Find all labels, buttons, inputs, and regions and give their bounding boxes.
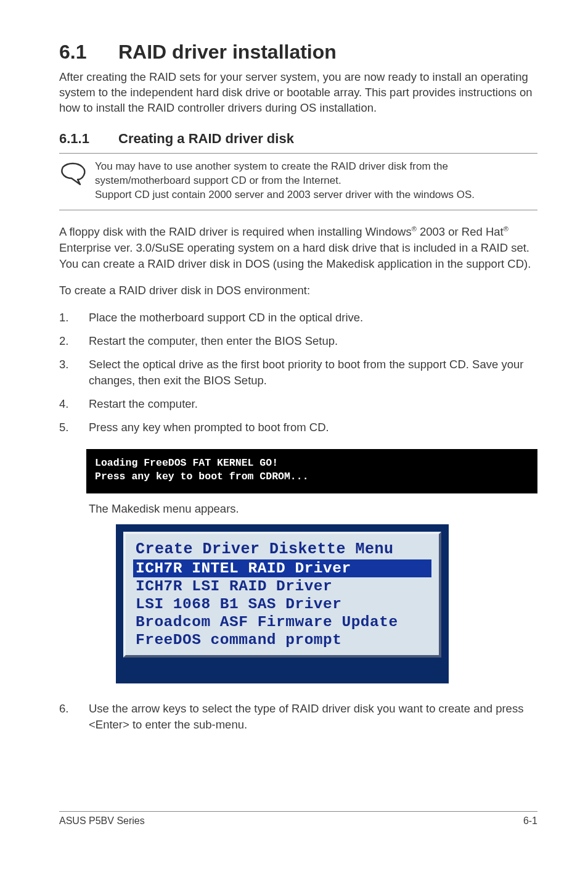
note-icon [59, 160, 95, 188]
makedisk-caption: The Makedisk menu appears. [89, 502, 537, 516]
steps-list: Place the motherboard support CD in the … [59, 306, 537, 439]
step-item: Restart the computer. [59, 392, 537, 416]
footer-page-number: 6-1 [523, 815, 537, 827]
menu-item[interactable]: FreeDOS command prompt [133, 631, 431, 649]
page-footer: ASUS P5BV Series 6-1 [59, 811, 537, 827]
menu-item[interactable]: LSI 1068 B1 SAS Driver [133, 595, 431, 613]
terminal-output: Loading FreeDOS FAT KERNEL GO! Press any… [86, 449, 537, 494]
section-number: 6.1 [59, 41, 118, 64]
subsection-heading: 6.1.1Creating a RAID driver disk [59, 131, 537, 147]
floppy-paragraph: A floppy disk with the RAID driver is re… [59, 224, 537, 272]
steps-list-continued: 6. Use the arrow keys to select the type… [59, 697, 537, 736]
note-line2: Support CD just contain 2000 server and … [95, 189, 475, 200]
menu-item[interactable]: ICH7R LSI RAID Driver [133, 577, 431, 595]
menu-item[interactable]: Broadcom ASF Firmware Update [133, 613, 431, 631]
makedisk-menu-screenshot: Create Driver Diskette Menu ICH7R INTEL … [116, 524, 449, 683]
step-item-6: 6. Use the arrow keys to select the type… [59, 697, 537, 736]
steps-leadin: To create a RAID driver disk in DOS envi… [59, 284, 537, 297]
step-item: Press any key when prompted to boot from… [59, 416, 537, 439]
intro-paragraph: After creating the RAID sets for your se… [59, 70, 537, 116]
note-line1: You may have to use another system to cr… [95, 160, 448, 186]
step-number: 6. [59, 701, 68, 717]
menu-item-selected[interactable]: ICH7R INTEL RAID Driver [133, 559, 431, 577]
section-title-text: RAID driver installation [118, 41, 337, 63]
subsection-title-text: Creating a RAID driver disk [118, 131, 294, 146]
menu-title: Create Driver Diskette Menu [133, 539, 431, 559]
footer-left: ASUS P5BV Series [59, 815, 145, 827]
note-box: You may have to use another system to cr… [59, 153, 537, 210]
step-item: Select the optical drive as the first bo… [59, 353, 537, 392]
note-text: You may have to use another system to cr… [95, 160, 537, 202]
step-item: Place the motherboard support CD in the … [59, 306, 537, 329]
subsection-number: 6.1.1 [59, 131, 118, 147]
section-heading: 6.1RAID driver installation [59, 41, 537, 64]
step-text: Use the arrow keys to select the type of… [89, 702, 523, 731]
step-item: Restart the computer, then enter the BIO… [59, 329, 537, 353]
